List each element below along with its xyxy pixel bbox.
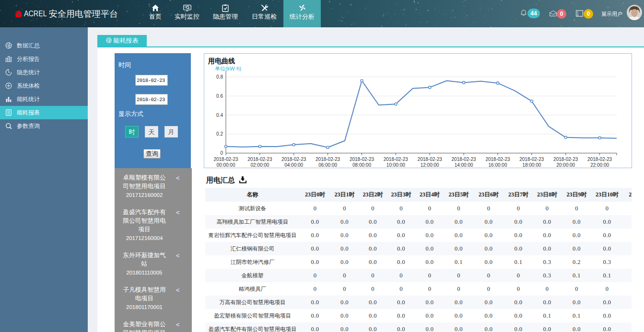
svg-text:2018-02-23: 2018-02-23 <box>316 157 340 162</box>
svg-text:02:00:00: 02:00:00 <box>250 162 269 168</box>
svg-text:2018-02-23: 2018-02-23 <box>213 157 238 162</box>
svg-text:0.2: 0.2 <box>216 131 223 137</box>
svg-text:08:00:00: 08:00:00 <box>352 162 371 168</box>
svg-text:2018-02-23: 2018-02-23 <box>587 157 612 162</box>
svg-text:2018-02-23: 2018-02-23 <box>350 157 375 162</box>
svg-text:2018-02-23: 2018-02-23 <box>384 157 409 162</box>
svg-text:12:00:00: 12:00:00 <box>421 162 439 168</box>
svg-text:18:00:00: 18:00:00 <box>522 162 541 168</box>
svg-text:单位(kW·h): 单位(kW·h) <box>215 66 241 71</box>
svg-text:2018-02-23: 2018-02-23 <box>519 157 544 162</box>
svg-text:06:00:00: 06:00:00 <box>318 162 337 168</box>
svg-text:2018-02-23: 2018-02-23 <box>281 157 306 162</box>
svg-text:22:00:00: 22:00:00 <box>590 162 609 168</box>
svg-text:2018-02-23: 2018-02-23 <box>485 157 510 162</box>
svg-text:00:00:00: 00:00:00 <box>217 162 235 168</box>
svg-text:2018-02-23: 2018-02-23 <box>553 157 578 162</box>
svg-text:0: 0 <box>220 150 223 156</box>
svg-text:0.4: 0.4 <box>216 113 223 118</box>
svg-text:0.8: 0.8 <box>216 74 223 80</box>
svg-text:0.6: 0.6 <box>216 93 223 99</box>
svg-text:10:00:00: 10:00:00 <box>386 162 405 168</box>
svg-text:2018-02-23: 2018-02-23 <box>418 157 443 162</box>
svg-text:04:00:00: 04:00:00 <box>284 162 303 168</box>
svg-text:2018-02-23: 2018-02-23 <box>247 157 272 162</box>
svg-text:用电曲线: 用电曲线 <box>208 57 235 65</box>
svg-text:16:00:00: 16:00:00 <box>489 162 507 168</box>
svg-text:14:00:00: 14:00:00 <box>455 162 473 168</box>
svg-text:2018-02-23: 2018-02-23 <box>452 157 477 162</box>
svg-text:20:00:00: 20:00:00 <box>556 162 575 168</box>
